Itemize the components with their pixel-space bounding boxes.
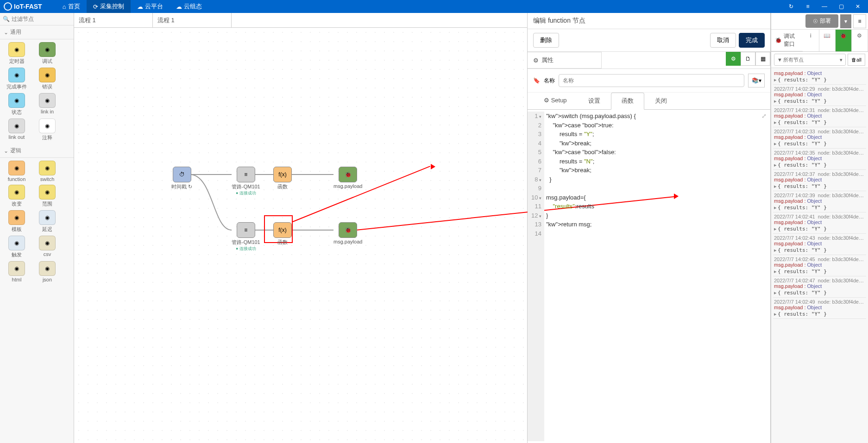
debug-message[interactable]: 2022/7/7 14:02:41 node: b3dc30f4dedc9d5b… — [773, 212, 866, 234]
nav-home[interactable]: ⌂首页 — [56, 0, 87, 13]
palette-node-icon: ◉ — [39, 119, 56, 133]
code-content[interactable]: "kw">switch (msg.payload.pass) { "kw">ca… — [544, 112, 770, 441]
palette-node-icon: ◉ — [8, 161, 25, 175]
flow-node[interactable]: 🐞msg.payload — [333, 167, 362, 189]
debug-message[interactable]: 2022/7/7 14:02:39 node: b3dc30f4dedc9d5b… — [773, 191, 866, 212]
palette-node-icon: ◉ — [39, 68, 56, 82]
flow-node[interactable]: 🐞msg.payload — [333, 222, 362, 244]
help-tab[interactable]: 📖 — [819, 30, 836, 51]
menu-button[interactable]: ≡ — [801, 0, 814, 13]
delete-button[interactable]: 删除 — [533, 33, 559, 48]
debug-message[interactable]: 2022/7/7 14:02:29 node: b3dc30f4dedc9d5b… — [773, 85, 866, 106]
palette-node[interactable]: ◉改变 — [3, 185, 31, 207]
config-tab[interactable]: ⚙ — [852, 30, 868, 51]
deploy-menu-button[interactable]: ▾ — [840, 14, 851, 28]
doc-button[interactable]: 🗋 — [741, 52, 755, 66]
library-button[interactable]: 📚▾ — [748, 74, 765, 87]
tab-close[interactable]: 关闭 — [644, 93, 678, 109]
debug-message[interactable]: 2022/7/7 14:02:31 node: b3dc30f4dedc9d5b… — [773, 106, 866, 127]
flow-node[interactable]: ⏱时间戳 ↻ — [171, 167, 192, 190]
palette-search[interactable]: 🔍 — [0, 13, 74, 25]
debug-list[interactable]: msg.payload : Object▸{ results: "Y" }202… — [771, 68, 868, 443]
deploy-button[interactable]: ☉部署 — [805, 14, 838, 28]
appearance-button[interactable]: ▦ — [755, 52, 770, 66]
palette-node[interactable]: ◉html — [3, 261, 31, 282]
name-row: 🔖 名称 📚▾ — [528, 69, 770, 93]
nav-collect[interactable]: ⟳采集控制 — [87, 0, 131, 13]
palette-node-icon: ◉ — [39, 161, 56, 175]
done-button[interactable]: 完成 — [739, 33, 765, 48]
canvas[interactable]: ⏱时间戳 ↻≡管路-QM101● 连接成功f(x)函数🐞msg.payload≡… — [74, 28, 527, 443]
env-button[interactable]: ⚙ — [726, 52, 741, 66]
palette-node-icon: ◉ — [8, 210, 25, 225]
palette-node[interactable]: ◉link out — [3, 119, 31, 141]
flow-tab-1[interactable]: 流程 1 — [74, 13, 153, 27]
clear-button[interactable]: 🗑all — [848, 54, 865, 66]
palette-node-label: switch — [40, 176, 55, 182]
flow-node[interactable]: f(x)函数 — [273, 222, 292, 246]
palette-node-label: html — [12, 277, 22, 282]
flow-node-label: 管路-QM101 — [232, 239, 260, 246]
workspace-tabs: 流程 1 流程 1 — [74, 13, 527, 28]
palette-node[interactable]: ◉完成事件 — [3, 68, 31, 90]
palette-node[interactable]: ◉注释 — [33, 119, 61, 141]
flow-node-box: 🐞 — [339, 167, 357, 182]
code-editor[interactable]: 1 ▾2345678 ▾910 ▾1112 ▾1314 "kw">switch … — [528, 110, 770, 443]
palette-node-icon: ◉ — [8, 261, 25, 276]
properties-tab[interactable]: ⚙属性 — [528, 52, 602, 69]
workspace: 流程 1 流程 1 ⏱时间戳 ↻≡管路-QM101● 连接成功f(x)函数🐞ms… — [74, 13, 528, 443]
minimize-button[interactable]: — — [818, 0, 831, 13]
editor-actions: 删除 取消 完成 — [528, 29, 770, 52]
palette-node[interactable]: ◉link in — [33, 93, 61, 116]
palette-node[interactable]: ◉模板 — [3, 210, 31, 233]
flow-node[interactable]: f(x)函数 — [273, 167, 292, 190]
debug-message[interactable]: 2022/7/7 14:02:37 node: b3dc30f4dedc9d5b… — [773, 170, 866, 191]
editor-panel: 编辑 function 节点 删除 取消 完成 ⚙属性 ⚙ 🗋 ▦ 🔖 名称 📚… — [528, 13, 771, 443]
nav-cloudcfg[interactable]: ☁云组态 — [170, 0, 208, 13]
refresh-button[interactable]: ↻ — [785, 0, 798, 13]
palette-node-icon: ◉ — [39, 42, 56, 57]
palette-node[interactable]: ◉json — [33, 261, 61, 282]
palette-node[interactable]: ◉function — [3, 161, 31, 182]
debug-message[interactable]: 2022/7/7 14:02:35 node: b3dc30f4dedc9d5b… — [773, 149, 866, 170]
flow-node[interactable]: ≡管路-QM101● 连接成功 — [232, 222, 260, 252]
flow-node[interactable]: ≡管路-QM101● 连接成功 — [232, 167, 260, 196]
palette-node[interactable]: ◉延迟 — [33, 210, 61, 233]
palette-node-label: 错误 — [42, 83, 52, 90]
main-menu-button[interactable]: ≡ — [853, 14, 866, 28]
palette-node[interactable]: ◉调试 — [33, 42, 61, 65]
cancel-button[interactable]: 取消 — [710, 33, 736, 48]
filter-selector[interactable]: ▼所有节点▾ — [774, 54, 846, 66]
debug-message[interactable]: 2022/7/7 14:02:33 node: b3dc30f4dedc9d5b… — [773, 127, 866, 149]
debug-tab-active[interactable]: 🐞 — [836, 30, 852, 51]
expand-icon[interactable]: ⤢ — [761, 112, 767, 121]
tag-icon: 🔖 — [533, 77, 540, 84]
flow-tab-2[interactable]: 流程 1 — [153, 13, 232, 27]
palette-cat-logic[interactable]: ⌄逻辑 — [0, 144, 74, 158]
palette-filter-input[interactable] — [12, 16, 71, 22]
tab-init[interactable]: 设置 — [578, 93, 611, 109]
palette-node-label: 注释 — [42, 134, 52, 141]
debug-message[interactable]: 2022/7/7 14:02:43 node: b3dc30f4dedc9d5b… — [773, 234, 866, 255]
close-button[interactable]: ✕ — [851, 0, 864, 13]
maximize-button[interactable]: ▢ — [835, 0, 848, 13]
nav-cloud[interactable]: ☁云平台 — [131, 0, 170, 13]
debug-message[interactable]: msg.payload : Object▸{ results: "Y" } — [773, 69, 866, 85]
tab-setup[interactable]: ⚙ Setup — [533, 93, 578, 109]
palette-node[interactable]: ◉定时器 — [3, 42, 31, 65]
home-icon: ⌂ — [63, 3, 66, 10]
palette-node[interactable]: ◉csv — [33, 236, 61, 258]
palette-cat-common[interactable]: ⌄通用 — [0, 25, 74, 39]
palette-node[interactable]: ◉错误 — [33, 68, 61, 90]
debug-message[interactable]: 2022/7/7 14:02:49 node: b3dc30f4dedc9d5b… — [773, 298, 866, 319]
name-input[interactable] — [559, 74, 744, 87]
debug-message[interactable]: 2022/7/7 14:02:47 node: b3dc30f4dedc9d5b… — [773, 276, 866, 298]
info-tab[interactable]: i — [803, 30, 819, 51]
flow-node-label: 函数 — [277, 183, 288, 190]
tab-func[interactable]: 函数 — [611, 93, 644, 110]
palette-node[interactable]: ◉状态 — [3, 93, 31, 116]
palette-node[interactable]: ◉范围 — [33, 185, 61, 207]
debug-message[interactable]: 2022/7/7 14:02:45 node: b3dc30f4dedc9d5b… — [773, 255, 866, 276]
palette-node[interactable]: ◉触发 — [3, 236, 31, 258]
palette-node[interactable]: ◉switch — [33, 161, 61, 182]
